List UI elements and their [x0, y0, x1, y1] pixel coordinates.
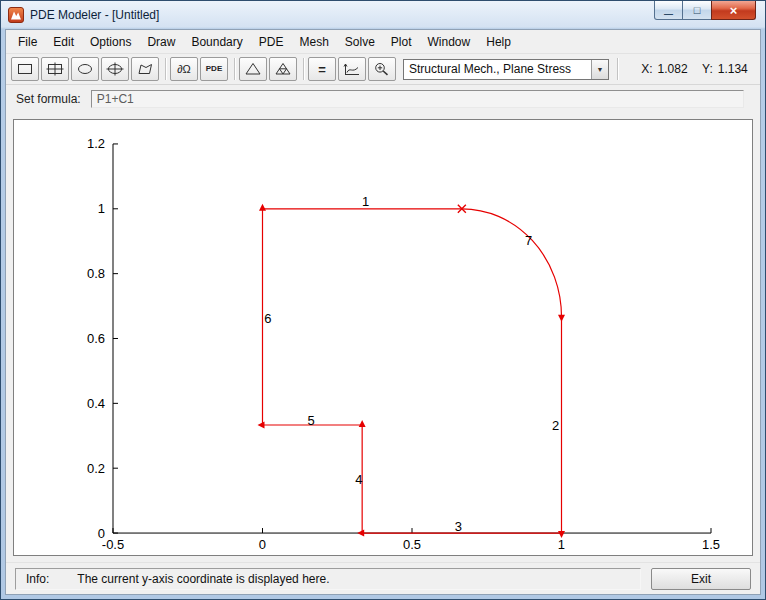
- rectangle-cross-icon: [46, 62, 64, 76]
- y-tick-label: 0: [98, 526, 105, 541]
- refine-mesh-button[interactable]: [269, 57, 297, 81]
- draw-ellipse-centered-button[interactable]: [101, 57, 129, 81]
- boundary-mode-label: ∂Ω: [177, 64, 191, 75]
- surface-plot-icon: [343, 62, 361, 76]
- edge-direction-arrow: [259, 204, 266, 211]
- ellipse-icon: [76, 62, 94, 76]
- menu-mesh[interactable]: Mesh: [291, 32, 336, 52]
- info-panel: Info: The current y-axis coordinate is d…: [15, 568, 641, 590]
- y-readout-label: Y:: [702, 62, 713, 76]
- info-text: The current y-axis coordinate is display…: [77, 572, 329, 586]
- main-area: -0.500.511.500.20.40.60.811.21723456: [6, 113, 760, 562]
- edge-label: 4: [355, 472, 362, 487]
- plot-canvas[interactable]: -0.500.511.500.20.40.60.811.21723456: [14, 120, 752, 555]
- menu-pde[interactable]: PDE: [251, 32, 292, 52]
- initialize-mesh-button[interactable]: [239, 57, 267, 81]
- edge-direction-arrow: [558, 315, 565, 322]
- rectangle-icon: [16, 62, 34, 76]
- edge-label: 2: [552, 418, 559, 433]
- x-tick-label: 1: [558, 537, 565, 552]
- formula-row: Set formula:: [6, 85, 760, 113]
- menu-edit[interactable]: Edit: [45, 32, 82, 52]
- menu-bar: File Edit Options Draw Boundary PDE Mesh…: [6, 30, 760, 54]
- x-coordinate-readout: X: 1.082: [641, 62, 687, 76]
- close-button[interactable]: ×: [711, 1, 756, 20]
- solve-pde-label: =: [318, 63, 326, 76]
- triangle-mesh-icon: [244, 62, 262, 76]
- y-coordinate-readout: Y: 1.134: [702, 62, 748, 76]
- edge-direction-arrow: [258, 421, 265, 428]
- edge-label: 3: [455, 519, 462, 534]
- toolbar: ∂Ω PDE = Structural Mech., P: [6, 54, 760, 85]
- draw-ellipse-button[interactable]: [71, 57, 99, 81]
- info-label: Info:: [26, 572, 49, 586]
- edge-direction-arrow: [357, 530, 364, 537]
- menu-draw[interactable]: Draw: [139, 32, 183, 52]
- y-tick-label: 0.6: [87, 331, 105, 346]
- menu-window[interactable]: Window: [420, 32, 479, 52]
- boundary-mode-button[interactable]: ∂Ω: [170, 57, 198, 81]
- x-tick-label: 0: [259, 537, 266, 552]
- minimize-icon: —: [664, 9, 673, 19]
- y-readout-value: 1.134: [718, 62, 748, 76]
- y-tick-label: 1.2: [87, 136, 105, 151]
- plot-solution-button[interactable]: [338, 57, 366, 81]
- coordinate-readouts: X: 1.082 Y: 1.134: [634, 62, 755, 76]
- maximize-icon: □: [694, 4, 701, 16]
- edge-label: 7: [525, 233, 532, 248]
- matlab-app-icon: [8, 7, 24, 23]
- x-tick-label: -0.5: [102, 537, 124, 552]
- app-window: PDE Modeler - [Untitled] — □ × File Edit…: [0, 0, 766, 600]
- edge-direction-arrow: [359, 420, 366, 427]
- status-bar: Info: The current y-axis coordinate is d…: [6, 562, 760, 594]
- menu-help[interactable]: Help: [478, 32, 519, 52]
- toolbar-separator: [303, 58, 304, 80]
- title-bar: PDE Modeler - [Untitled]: [1, 1, 765, 29]
- maximize-button[interactable]: □: [683, 1, 711, 20]
- y-tick-label: 0.4: [87, 396, 105, 411]
- ellipse-cross-icon: [106, 62, 124, 76]
- zoom-button[interactable]: [368, 57, 396, 81]
- edge-label: 6: [264, 311, 271, 326]
- magnifier-icon: [373, 62, 391, 76]
- toolbar-separator: [165, 58, 166, 80]
- menu-solve[interactable]: Solve: [337, 32, 383, 52]
- draw-rectangle-centered-button[interactable]: [41, 57, 69, 81]
- menu-boundary[interactable]: Boundary: [183, 32, 250, 52]
- draw-polygon-button[interactable]: [131, 57, 159, 81]
- menu-plot[interactable]: Plot: [383, 32, 420, 52]
- application-select-value: Structural Mech., Plane Stress: [404, 62, 591, 76]
- draw-rectangle-button[interactable]: [11, 57, 39, 81]
- pde-mode-label: PDE: [206, 65, 222, 73]
- solve-pde-button[interactable]: =: [308, 57, 336, 81]
- plot-panel: -0.500.511.500.20.40.60.811.21723456: [13, 119, 753, 556]
- exit-button[interactable]: Exit: [651, 568, 751, 590]
- x-tick-label: 1.5: [702, 537, 720, 552]
- y-tick-label: 1: [98, 201, 105, 216]
- set-formula-label: Set formula:: [16, 92, 81, 106]
- polygon-icon: [136, 62, 154, 76]
- toolbar-separator: [617, 58, 618, 80]
- x-readout-label: X:: [641, 62, 652, 76]
- y-tick-label: 0.8: [87, 266, 105, 281]
- y-tick-label: 0.2: [87, 461, 105, 476]
- application-select[interactable]: Structural Mech., Plane Stress ▼: [403, 59, 609, 80]
- minimize-button[interactable]: —: [654, 1, 683, 20]
- x-readout-value: 1.082: [658, 62, 688, 76]
- set-formula-input[interactable]: [91, 90, 744, 108]
- x-tick-label: 0.5: [403, 537, 421, 552]
- edge-label: 5: [308, 413, 315, 428]
- client-area: File Edit Options Draw Boundary PDE Mesh…: [5, 29, 761, 595]
- menu-file[interactable]: File: [10, 32, 45, 52]
- edge-label: 1: [362, 194, 369, 209]
- pde-mode-button[interactable]: PDE: [200, 57, 228, 81]
- chevron-down-icon: ▼: [591, 60, 608, 79]
- window-controls: — □ ×: [654, 1, 756, 20]
- geometry-outline: [263, 209, 562, 533]
- close-icon: ×: [730, 3, 738, 18]
- menu-options[interactable]: Options: [82, 32, 139, 52]
- refined-triangle-mesh-icon: [274, 62, 292, 76]
- toolbar-separator: [234, 58, 235, 80]
- window-title: PDE Modeler - [Untitled]: [30, 8, 159, 22]
